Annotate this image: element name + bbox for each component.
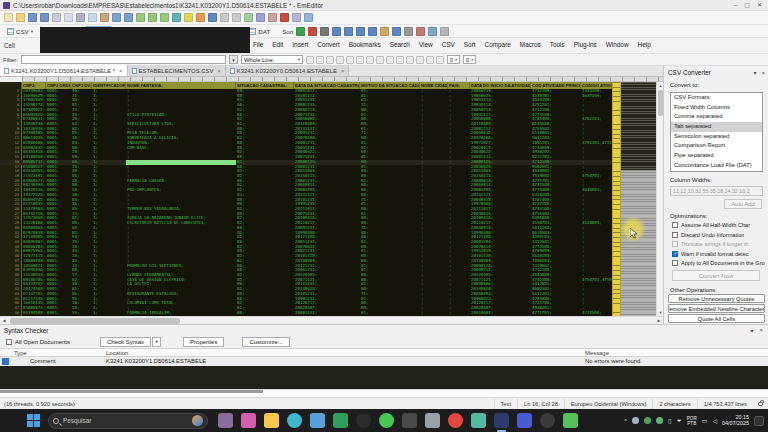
- clock[interactable]: 20:15 04/07/2025: [722, 415, 749, 426]
- emeditor-icon[interactable]: [494, 413, 509, 428]
- line-number[interactable]: 48: [0, 311, 22, 316]
- menu-item[interactable]: Tools: [550, 41, 565, 48]
- search-icon[interactable]: [346, 56, 354, 64]
- document-tab[interactable]: ESTABELECIMENTOS.CSV ×: [128, 65, 226, 76]
- properties-button[interactable]: Properties: [183, 337, 224, 347]
- copilot-icon[interactable]: [356, 413, 371, 428]
- csv-mode-button[interactable]: CSV ▾: [3, 26, 37, 37]
- maximize-icon[interactable]: ▢: [744, 0, 750, 10]
- menu-item[interactable]: Convert: [317, 41, 339, 48]
- column-header-location[interactable]: Location: [106, 349, 128, 357]
- cell-pais[interactable]: ;: [448, 311, 470, 316]
- file-explorer-icon[interactable]: [264, 413, 279, 428]
- csv-column-header[interactable]: NOME CIDADE EXTERIOR;: [420, 82, 448, 89]
- cell-situacao[interactable]: 08;: [236, 311, 294, 316]
- minimap[interactable]: [621, 82, 656, 316]
- close-tab-icon[interactable]: ×: [119, 68, 123, 74]
- options-icon[interactable]: [304, 13, 313, 22]
- menu-item[interactable]: View: [419, 41, 433, 48]
- database-tool-icon[interactable]: [425, 413, 440, 428]
- undo-icon[interactable]: [112, 13, 121, 22]
- csv-editor[interactable]: CNPJ;CNPJ ORDEM;CNPJ DV;IDENTIFICADOR DE…: [0, 82, 663, 316]
- sort-num-asc-icon[interactable]: [356, 27, 365, 36]
- cell-cnpj[interactable]: 04394008;: [22, 311, 46, 316]
- menu-item[interactable]: Bookmarks: [349, 41, 381, 48]
- filter-dropdown-icon[interactable]: ▾: [229, 55, 238, 64]
- csv-column-header[interactable]: IDENTIFICADOR DE MATRIZ FILIAL;: [92, 82, 126, 89]
- encoding-indicator[interactable]: Europeu Ocidental (Windows): [564, 399, 653, 409]
- stop-icon[interactable]: [308, 27, 317, 36]
- optimization-checkbox[interactable]: Truncate strings if longer th: [672, 241, 766, 247]
- save-all-icon[interactable]: [40, 13, 49, 22]
- remove-quotes-button[interactable]: Remove Unnecessary Quotes: [668, 294, 765, 303]
- cell-ordem[interactable]: 0001;: [46, 311, 71, 316]
- format-option[interactable]: CSV Formats:: [671, 93, 762, 103]
- taskbar-search[interactable]: Pesquisar: [48, 413, 208, 429]
- cursor-position[interactable]: Ln 16, Col 28: [517, 399, 564, 409]
- format-option[interactable]: Pipe separated: [671, 151, 762, 161]
- csv-column-header[interactable]: SITUACAO CADASTRAL;: [236, 82, 294, 89]
- cell-cod-atividade[interactable]: 4771701;: [531, 311, 581, 316]
- copy-icon[interactable]: [88, 13, 97, 22]
- volume-icon[interactable]: ◁: [712, 417, 717, 424]
- compare-icon[interactable]: [244, 13, 253, 22]
- language-indicator[interactable]: POR PTB: [687, 416, 697, 426]
- sort-num-desc-icon[interactable]: [368, 27, 377, 36]
- csv-column-header[interactable]: PAIS;: [448, 82, 470, 89]
- sync-scroll-icon[interactable]: [256, 13, 265, 22]
- regex-icon[interactable]: [326, 56, 334, 64]
- find-icon[interactable]: [136, 13, 145, 22]
- menu-item[interactable]: Search: [390, 41, 410, 48]
- print-preview-icon[interactable]: [64, 13, 73, 22]
- filter-count-select-2[interactable]: 0▾: [463, 55, 476, 64]
- save-icon[interactable]: [28, 13, 37, 22]
- syntax-result-row[interactable]: Comment K3241.K03200Y1.D50614.ESTABELE N…: [0, 357, 768, 366]
- find-in-files-icon[interactable]: [184, 13, 193, 22]
- delete-column-icon[interactable]: [416, 27, 425, 36]
- column-header-type[interactable]: Type: [14, 349, 27, 357]
- freeze-icon[interactable]: [404, 27, 413, 36]
- cell-atividade-secundaria[interactable]: 4772500;: [581, 311, 612, 316]
- format-option[interactable]: Comparison Report: [671, 141, 762, 151]
- bottom-scroll-thumb[interactable]: [0, 390, 263, 393]
- sort-desc-icon[interactable]: [344, 27, 353, 36]
- bottom-scrollbar[interactable]: [0, 389, 768, 397]
- column-filter-icon[interactable]: [436, 56, 444, 64]
- csv-column-header[interactable]: NOME FANTASIA;: [126, 82, 236, 89]
- optimization-checkbox[interactable]: Assume All Half-Width Char: [672, 222, 766, 228]
- auto-add-button[interactable]: Auto Add: [724, 199, 762, 209]
- check-syntax-button[interactable]: Check Syntax: [100, 337, 151, 347]
- csv-column-header[interactable]: CNPJ DV;: [71, 82, 92, 89]
- find-next-icon[interactable]: [148, 13, 157, 22]
- check-syntax-dropdown-icon[interactable]: ▾: [152, 337, 161, 347]
- onedrive-icon[interactable]: [632, 417, 639, 424]
- incremental-icon[interactable]: [386, 56, 394, 64]
- menu-item[interactable]: Compare: [485, 41, 511, 48]
- filter-column-icon[interactable]: [380, 27, 389, 36]
- csv-column-header[interactable]: DATA DA SITUACAO CADASTRAL;: [294, 82, 360, 89]
- paste-icon[interactable]: [100, 13, 109, 22]
- document-tab[interactable]: K3241.K03200Y1.D50614.ESTABELE * ×: [0, 65, 128, 76]
- cell-nome-fantasia[interactable]: FARMACIA IERGALIM;: [126, 311, 236, 316]
- csv-column-header[interactable]: MOTIVO DA SITUACAO CADASTRAL;: [360, 82, 420, 89]
- cell-data-situacao[interactable]: 20081231;: [294, 311, 360, 316]
- format-option[interactable]: Comma separated: [671, 112, 762, 122]
- convert-now-button[interactable]: Convert Now: [672, 270, 760, 281]
- cut-icon[interactable]: [76, 13, 85, 22]
- match-case-icon[interactable]: [316, 56, 324, 64]
- menu-item[interactable]: Plug-ins: [574, 41, 597, 48]
- network-icon[interactable]: ▭: [702, 417, 708, 424]
- filter-input[interactable]: [21, 55, 226, 64]
- store-icon[interactable]: [310, 413, 325, 428]
- zoom-icon[interactable]: [268, 13, 277, 22]
- csv-column-header[interactable]: CNPJ;: [22, 82, 46, 89]
- close-tab-icon[interactable]: ×: [341, 68, 345, 74]
- replace-icon[interactable]: [172, 13, 181, 22]
- csv-column-header[interactable]: COD ATIVIDADE PRINCIPAL;: [531, 82, 581, 89]
- close-panel-icon[interactable]: ×: [761, 70, 765, 76]
- table-icon[interactable]: [208, 13, 217, 22]
- menu-item[interactable]: Help: [638, 41, 651, 48]
- csv-column-header[interactable]: CNPJ ORDEM;: [46, 82, 71, 89]
- sort-asc-icon[interactable]: [332, 27, 341, 36]
- insert-column-icon[interactable]: [428, 27, 437, 36]
